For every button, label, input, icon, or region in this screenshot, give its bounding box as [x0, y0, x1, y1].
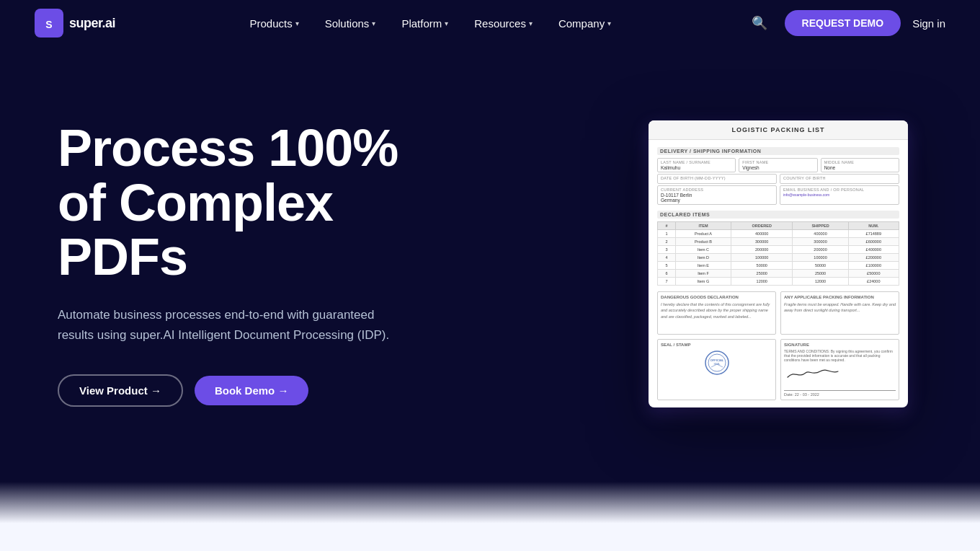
nav-label-company: Company	[558, 17, 605, 30]
nav-item-products[interactable]: Products ▾	[238, 12, 310, 35]
nav-label-solutions: Solutions	[325, 17, 370, 30]
doc-table-cell-3-3: 100000	[793, 254, 848, 262]
nav-item-company[interactable]: Company ▾	[547, 12, 623, 35]
doc-header: Logistic Packing List	[649, 120, 908, 140]
doc-seal-title: Seal / Stamp	[661, 343, 772, 347]
nav-label-resources: Resources	[474, 17, 526, 30]
hero-title-line3: PDFs	[58, 228, 187, 286]
doc-table-row: 7Item G1200012000£24000	[658, 278, 899, 286]
hero-subtitle: Automate business processes end-to-end w…	[58, 305, 404, 345]
doc-personal-section: Delivery / Shipping Information Last Nam…	[657, 147, 899, 205]
logo-text: super.ai	[69, 16, 115, 31]
doc-table-cell-4-3: 50000	[793, 262, 848, 270]
doc-table-cell-4-2: 50000	[731, 262, 793, 270]
nav-item-platform[interactable]: Platform ▾	[390, 12, 460, 35]
doc-table-cell-0-3: 400000	[793, 230, 848, 238]
nav-item-solutions[interactable]: Solutions ▾	[313, 12, 388, 35]
doc-field-lastname: Last Name / Surname Kalimuhu	[657, 158, 736, 172]
doc-table-header-shipped: Shipped	[793, 222, 848, 230]
doc-table-cell-5-2: 25000	[731, 270, 793, 278]
doc-table-cell-3-2: 100000	[731, 254, 793, 262]
doc-table-cell-5-4: £50000	[848, 270, 899, 278]
doc-signature-title: Signature	[784, 343, 896, 347]
doc-table-cell-3-0: 4	[658, 254, 676, 262]
doc-table-cell-3-4: £200000	[848, 254, 899, 262]
nav-link-platform[interactable]: Platform ▾	[390, 12, 460, 35]
doc-table-row: 4Item D100000100000£200000	[658, 254, 899, 262]
doc-date-label: Date: 22 - 03 - 2022	[784, 390, 896, 397]
doc-field-firstname: First Name Vignesh	[739, 158, 817, 172]
chevron-down-icon: ▾	[295, 19, 299, 27]
doc-table-header-num: #	[658, 222, 676, 230]
doc-table-cell-3-1: Item D	[675, 254, 731, 262]
doc-seal-box: Seal / Stamp OFFICIAL SEAL	[657, 339, 776, 400]
doc-table-cell-1-0: 2	[658, 238, 676, 246]
doc-field-middlename: Middle Name None	[821, 158, 899, 172]
doc-table-cell-6-3: 12000	[793, 278, 848, 286]
doc-table-cell-5-1: Item F	[675, 270, 731, 278]
doc-items-section: Declared Items # Item Ordered Shipped Nu…	[657, 211, 899, 286]
doc-terms-text: TERMS AND CONDITIONS: By signing this ag…	[784, 349, 896, 362]
hero-title-line2: of Complex	[58, 174, 333, 232]
doc-table-cell-2-2: 200000	[731, 246, 793, 254]
doc-table-row: 1Product A400000400000£714889	[658, 230, 899, 238]
doc-field-address: Current Address D-10117 BerlinGermany	[657, 185, 777, 205]
doc-seal-sig-row: Seal / Stamp OFFICIAL SEAL Signature TER	[657, 339, 899, 400]
chevron-down-icon: ▾	[607, 19, 611, 27]
view-product-button[interactable]: View Product →	[58, 374, 183, 407]
doc-dangerous-text: I hereby declare that the contents of th…	[661, 301, 772, 319]
nav-links: Products ▾ Solutions ▾ Platform ▾ Resour…	[238, 12, 623, 35]
doc-packing-info: Any Applicable Packing Information Fragi…	[780, 291, 899, 335]
logo-link[interactable]: S super.ai	[35, 9, 115, 38]
chevron-down-icon: ▾	[445, 19, 448, 27]
doc-table-cell-6-4: £24000	[848, 278, 899, 286]
doc-table-cell-0-1: Product A	[675, 230, 731, 238]
chevron-down-icon: ▾	[372, 19, 375, 27]
doc-table-row: 2Product B300000300000£600000	[658, 238, 899, 246]
doc-table-header-ordered: Ordered	[731, 222, 793, 230]
doc-table-cell-0-2: 400000	[731, 230, 793, 238]
hero-cta-row: View Product → Book Demo →	[58, 374, 476, 407]
doc-dangerous-goods: Dangerous Goods Declaration I hereby dec…	[657, 291, 776, 335]
navigation: S super.ai Products ▾ Solutions ▾ Platfo…	[0, 0, 980, 46]
doc-dangerous-title: Dangerous Goods Declaration	[661, 295, 772, 299]
nav-item-resources[interactable]: Resources ▾	[463, 12, 544, 35]
doc-row-2: Date of Birth (MM-DD-YYYY) Country of Bi…	[657, 174, 899, 184]
nav-label-products: Products	[249, 17, 292, 30]
doc-table-cell-4-0: 5	[658, 262, 676, 270]
doc-row-1: Last Name / Surname Kalimuhu First Name …	[657, 158, 899, 172]
doc-table-cell-2-3: 200000	[793, 246, 848, 254]
doc-table-cell-2-4: £400000	[848, 246, 899, 254]
nav-link-resources[interactable]: Resources ▾	[463, 12, 544, 35]
doc-signature-svg	[784, 364, 842, 382]
nav-label-platform: Platform	[401, 17, 442, 30]
svg-text:S: S	[45, 19, 52, 30]
doc-row-3: Current Address D-10117 BerlinGermany Em…	[657, 185, 899, 205]
doc-signature-box: Signature TERMS AND CONDITIONS: By signi…	[780, 339, 899, 400]
doc-table-cell-4-1: Item E	[675, 262, 731, 270]
nav-link-company[interactable]: Company ▾	[547, 12, 623, 35]
doc-table-cell-5-3: 25000	[793, 270, 848, 278]
doc-table-cell-5-0: 6	[658, 270, 676, 278]
doc-table-cell-6-1: Item G	[675, 278, 731, 286]
document-card: Logistic Packing List Delivery / Shippin…	[649, 120, 908, 407]
doc-table-row: 3Item C200000200000£400000	[658, 246, 899, 254]
request-demo-button[interactable]: REQUEST DEMO	[785, 10, 901, 36]
nav-link-solutions[interactable]: Solutions ▾	[313, 12, 388, 35]
nav-link-products[interactable]: Products ▾	[238, 12, 310, 35]
sign-in-link[interactable]: Sign in	[912, 17, 945, 30]
doc-field-country: Country of Birth	[780, 174, 899, 184]
doc-table-cell-1-4: £600000	[848, 238, 899, 246]
doc-field-email: Email Business and / or Personal info@ex…	[780, 185, 899, 205]
doc-table-cell-1-2: 300000	[731, 238, 793, 246]
search-button[interactable]: 🔍	[746, 9, 773, 37]
hero-document-container: Logistic Packing List Delivery / Shippin…	[649, 120, 922, 407]
doc-table-cell-2-0: 3	[658, 246, 676, 254]
doc-table-cell-1-3: 300000	[793, 238, 848, 246]
hero-section: Process 100% of Complex PDFs Automate bu…	[0, 46, 980, 482]
bottom-section: 📄 🔍	[0, 482, 980, 551]
book-demo-button[interactable]: Book Demo →	[195, 376, 309, 405]
hero-content: Process 100% of Complex PDFs Automate bu…	[58, 121, 476, 407]
doc-bottom-row: Dangerous Goods Declaration I hereby dec…	[657, 291, 899, 335]
doc-table-cell-0-0: 1	[658, 230, 676, 238]
